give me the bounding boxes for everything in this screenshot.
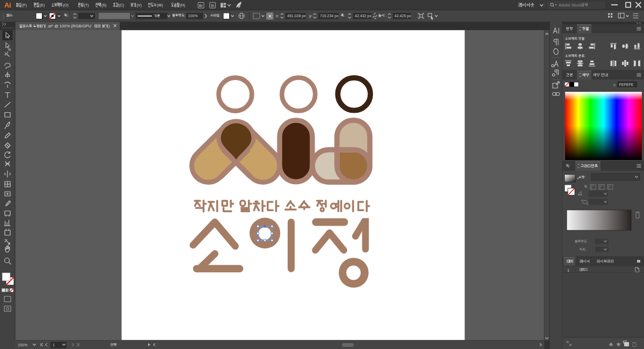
svg-text:42.425 px: 42.425 px [394, 14, 411, 18]
svg-text:(V): (V) [136, 3, 141, 8]
svg-text:Adobe Stock: Adobe Stock [559, 3, 582, 8]
svg-text::: : [345, 13, 346, 17]
svg-text:(W): (W) [157, 3, 163, 8]
svg-text:451.028 px: 451.028 px [287, 14, 306, 18]
svg-text:42.432 px: 42.432 px [355, 14, 371, 18]
svg-text::: : [586, 248, 587, 251]
svg-text:Br: Br [199, 4, 203, 8]
svg-text::: : [585, 37, 586, 40]
svg-text:(O): (O) [63, 3, 68, 8]
svg-text:715.234 px: 715.234 px [320, 14, 339, 18]
svg-text::: : [68, 13, 69, 17]
svg-text:(S): (S) [101, 3, 106, 8]
svg-text:1: 1 [586, 267, 588, 271]
svg-text:.ai* @ 100% (RGB/GPU: .ai* @ 100% (RGB/GPU [47, 24, 91, 28]
svg-text:100%: 100% [18, 343, 27, 347]
svg-text:St: St [211, 4, 215, 8]
svg-text:(E): (E) [40, 3, 45, 8]
svg-text::: : [585, 54, 586, 57]
svg-text::: : [587, 239, 588, 243]
svg-text:(C): (C) [119, 3, 124, 8]
svg-text:y:: y: [309, 13, 312, 18]
svg-text:(F): (F) [22, 3, 27, 8]
svg-text::: : [220, 13, 221, 17]
svg-text::: : [385, 13, 386, 17]
svg-text:(T): (T) [84, 3, 89, 8]
svg-text:100%: 100% [188, 14, 198, 18]
svg-text:(H): (H) [180, 3, 185, 8]
svg-text:x:: x: [276, 13, 279, 18]
svg-text::: : [585, 175, 586, 179]
svg-text:FEFEFE: FEFEFE [619, 83, 634, 86]
svg-text:1: 1 [53, 343, 55, 347]
svg-text::: : [184, 13, 185, 17]
svg-text:1: 1 [567, 268, 569, 272]
svg-text:Ai: Ai [4, 2, 11, 9]
